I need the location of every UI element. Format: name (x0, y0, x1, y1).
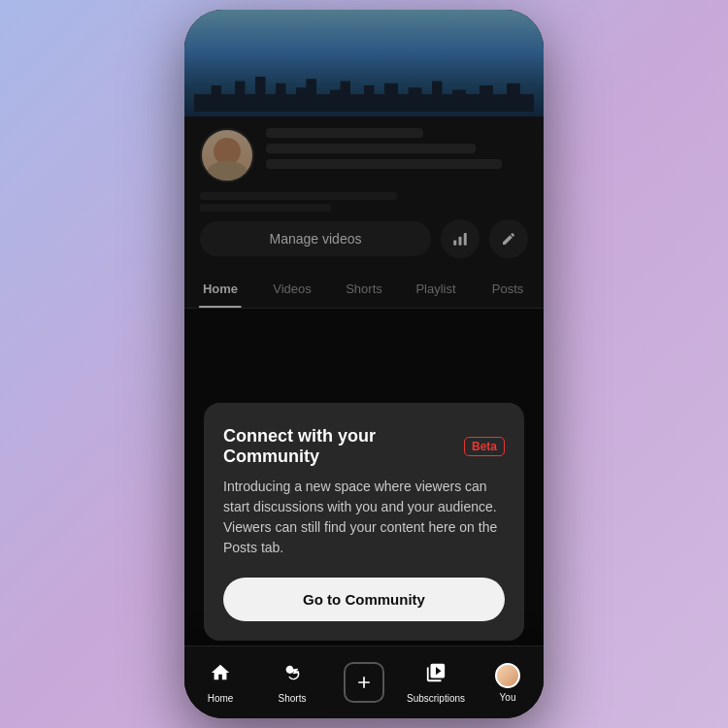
community-popup: Connect with your Community Beta Introdu… (204, 403, 524, 641)
nav-label-shorts: Shorts (279, 693, 307, 704)
nav-item-you[interactable]: You (472, 663, 544, 703)
subscriptions-icon (425, 662, 447, 689)
nav-label-you: You (500, 692, 516, 703)
home-icon (210, 662, 231, 689)
beta-badge: Beta (464, 437, 505, 456)
add-button[interactable] (344, 662, 384, 703)
shorts-icon (281, 662, 303, 689)
phone-content: Manage videos Home Videos S (184, 10, 544, 718)
popup-description: Introducing a new space where viewers ca… (223, 477, 505, 558)
nav-label-home: Home (208, 693, 234, 704)
nav-item-add[interactable] (328, 662, 400, 703)
user-avatar-icon (495, 663, 520, 688)
go-to-community-button[interactable]: Go to Community (223, 578, 505, 621)
popup-title-text: Connect with your Community (223, 426, 454, 467)
popup-title-row: Connect with your Community Beta (223, 426, 505, 467)
bottom-navigation: Home Shorts Subscriptions (184, 645, 544, 718)
nav-item-subscriptions[interactable]: Subscriptions (400, 662, 472, 704)
nav-item-home[interactable]: Home (184, 662, 256, 704)
phone-frame: Manage videos Home Videos S (184, 10, 544, 718)
nav-item-shorts[interactable]: Shorts (256, 662, 328, 704)
nav-label-subscriptions: Subscriptions (407, 693, 465, 704)
